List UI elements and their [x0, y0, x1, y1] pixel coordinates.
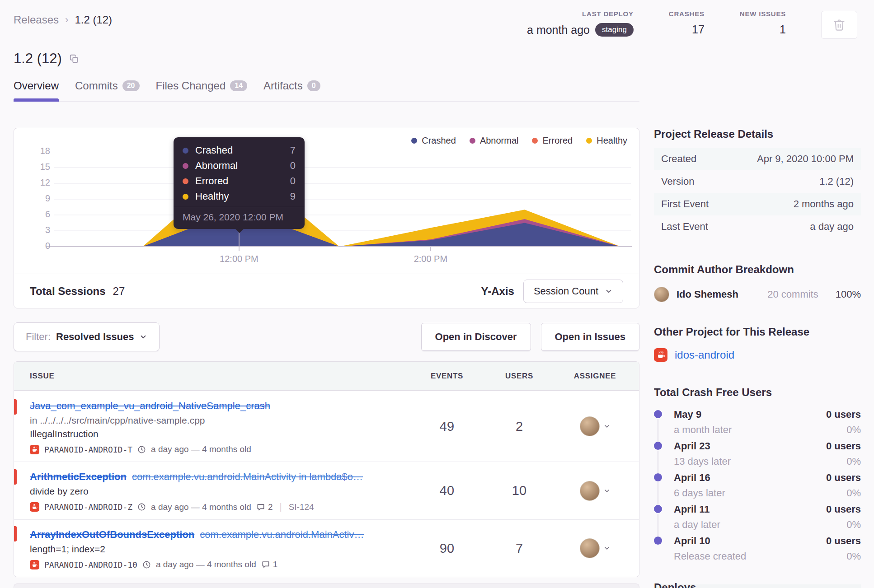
assignee-selector[interactable]	[558, 416, 632, 436]
tooltip-row-abnormal: Abnormal 0	[183, 159, 296, 173]
release-sidebar: Project Release Details Created Apr 9, 2…	[654, 128, 861, 588]
detail-label: Version	[661, 176, 694, 187]
tab-artifacts[interactable]: Artifacts 0	[263, 79, 320, 101]
next-card-edge	[14, 583, 639, 588]
comments-icon	[261, 560, 270, 569]
y-axis-tick-label: 0	[27, 241, 50, 251]
detail-value: a day ago	[810, 221, 854, 233]
y-axis-tick-label: 15	[27, 162, 50, 172]
tab-files-changed[interactable]: Files Changed 14	[156, 79, 248, 101]
timeline-users: 0 users	[826, 440, 861, 452]
assignee-selector[interactable]	[558, 481, 632, 501]
assignee-selector[interactable]	[558, 538, 632, 558]
legend-abnormal-label: Abnormal	[480, 135, 519, 146]
timeline-sub: a month later	[674, 424, 861, 436]
java-project-icon	[30, 445, 39, 454]
crashed-dot-icon	[411, 138, 417, 144]
new-issues-value: 1	[780, 23, 786, 36]
detail-value: 1.2 (12)	[819, 176, 854, 187]
java-project-icon	[30, 560, 39, 569]
errored-dot-icon	[532, 138, 538, 144]
healthy-dot-icon	[586, 138, 592, 144]
issue-row: ArithmeticExceptioncom.example.vu.androi…	[14, 462, 639, 519]
tab-overview[interactable]: Overview	[14, 79, 59, 101]
comments-count: 1	[273, 560, 278, 569]
legend-errored-label: Errored	[542, 135, 573, 146]
legend-item-abnormal[interactable]: Abnormal	[470, 135, 519, 146]
timeline-percent: 0%	[846, 424, 861, 436]
legend-item-errored[interactable]: Errored	[532, 135, 573, 146]
issue-culprit-link[interactable]: com.example.vu.android.MainActivity in l…	[132, 471, 363, 482]
issue-message: length=1; index=2	[30, 542, 409, 556]
last-deploy-value: a month ago	[527, 23, 590, 37]
sessions-chart-card: Crashed Abnormal Errored Healthy	[14, 128, 639, 308]
y-axis-tick-label: 6	[27, 209, 50, 219]
legend-item-healthy[interactable]: Healthy	[586, 135, 627, 146]
release-details-list: Created Apr 9, 2020 10:00 PM Version 1.2…	[654, 148, 861, 238]
tooltip-crashed-label: Crashed	[195, 145, 233, 156]
issues-filter-bar: Filter: Resolved Issues Open in Discover…	[14, 322, 639, 351]
chart-legend: Crashed Abnormal Errored Healthy	[411, 135, 627, 146]
copy-icon[interactable]	[69, 54, 79, 64]
healthy-dot-icon	[183, 194, 188, 200]
open-in-discover-button[interactable]: Open in Discover	[421, 323, 531, 351]
chevron-down-icon	[139, 333, 147, 341]
y-axis-tick-label: 3	[27, 225, 50, 235]
detail-row-created: Created Apr 9, 2020 10:00 PM	[654, 148, 861, 170]
crashes-label: CRASHES	[669, 10, 705, 18]
files-changed-count-badge: 14	[230, 80, 247, 91]
tooltip-timestamp: May 26, 2020 12:00 PM	[183, 207, 296, 229]
legend-healthy-label: Healthy	[597, 135, 627, 146]
stat-new-issues: NEW ISSUES 1	[740, 10, 786, 36]
issue-message: IllegalInstruction	[30, 427, 409, 441]
issue-culprit-link[interactable]: com.example.vu.android.MainActiv…	[200, 529, 364, 540]
crashes-value: 17	[692, 23, 705, 36]
abnormal-dot-icon	[183, 163, 188, 169]
issue-row: Java_com_example_vu_android_NativeSample…	[14, 391, 639, 462]
legend-item-crashed[interactable]: Crashed	[411, 135, 456, 146]
comments-icon	[256, 503, 265, 512]
resolved-marker	[14, 399, 17, 415]
timeline-users: 0 users	[826, 472, 861, 484]
open-in-issues-button[interactable]: Open in Issues	[541, 323, 640, 351]
issue-title-link[interactable]: Java_com_example_vu_android_NativeSample…	[30, 400, 270, 411]
tab-commits[interactable]: Commits 20	[75, 79, 139, 101]
other-project-row: idos-android	[654, 348, 861, 362]
chevron-down-icon	[603, 487, 611, 495]
project-slug[interactable]: PARANOID-ANDROID-Z	[44, 502, 132, 512]
column-header-issue: ISSUE	[14, 372, 413, 381]
issue-title-link[interactable]: ArrayIndexOutOfBoundsException	[30, 529, 194, 540]
project-slug[interactable]: PARANOID-ANDROID-10	[44, 560, 137, 569]
chevron-down-icon	[605, 287, 613, 295]
delete-release-button[interactable]	[821, 11, 857, 39]
assignee-avatar	[580, 481, 600, 501]
tab-files-changed-label: Files Changed	[156, 79, 226, 92]
column-header-assignee: ASSIGNEE	[558, 372, 639, 381]
breadcrumb: Releases › 1.2 (12)	[14, 14, 112, 26]
breadcrumb-releases-link[interactable]: Releases	[14, 14, 59, 26]
assignee-avatar	[580, 538, 600, 558]
project-slug[interactable]: PARANOID-ANDROID-T	[44, 445, 132, 454]
trash-icon	[833, 19, 846, 31]
other-project-link[interactable]: idos-android	[675, 349, 734, 361]
java-project-icon	[30, 502, 39, 512]
detail-row-first-event: First Event 2 months ago	[654, 193, 861, 215]
timeline-percent: 0%	[846, 519, 861, 531]
issues-table-header: ISSUE EVENTS USERS ASSIGNEE	[14, 362, 639, 391]
issue-title-link[interactable]: ArithmeticException	[30, 471, 127, 482]
detail-row-version: Version 1.2 (12)	[654, 170, 861, 193]
issues-filter-dropdown[interactable]: Filter: Resolved Issues	[14, 322, 160, 351]
total-sessions-label: Total Sessions	[30, 285, 106, 298]
detail-row-last-event: Last Event a day ago	[654, 215, 861, 238]
issue-events-count: 40	[413, 483, 481, 498]
tab-bar: Overview Commits 20 Files Changed 14 Art…	[14, 79, 639, 102]
timeline-percent: 0%	[846, 551, 861, 562]
timeline-entry: May 9 a month later 0 users 0%	[654, 409, 861, 437]
crash-free-timeline: May 9 a month later 0 users 0% April 23 …	[654, 409, 861, 563]
chevron-down-icon	[603, 545, 611, 552]
y-axis-tick-label: 18	[27, 146, 50, 156]
clock-icon	[137, 445, 146, 454]
timeline-sub: a day later	[674, 519, 861, 531]
release-details-heading: Project Release Details	[654, 128, 861, 140]
y-axis-select[interactable]: Session Count	[523, 280, 623, 303]
